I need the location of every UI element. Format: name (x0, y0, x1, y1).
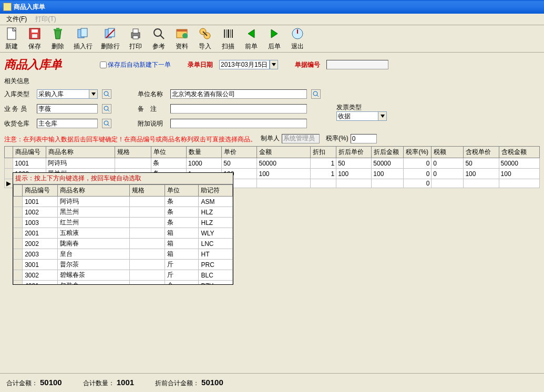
toolbar-deleterow[interactable]: 删除行 (99, 25, 122, 52)
svg-rect-17 (177, 29, 187, 32)
form-title: 商品入库单 (4, 57, 62, 73)
invoice-dropdown-button[interactable] (378, 111, 387, 121)
staff-search-button[interactable] (102, 104, 111, 114)
table-row[interactable]: 1001阿诗玛条 10005050000 15050000 005050000 (5, 158, 540, 169)
svg-point-29 (104, 106, 108, 110)
toolbar-prev[interactable]: 前单 (242, 25, 261, 52)
popup-row[interactable]: 2002陇南春箱LNC (14, 239, 233, 249)
toolbar-import[interactable]: 导入 (196, 25, 214, 52)
popup-header[interactable]: 商品名称 (57, 185, 130, 197)
svg-rect-7 (81, 28, 87, 37)
toolbar-ref[interactable]: 参考 (149, 25, 168, 52)
hint-text: 注意：在列表中输入数据后击回车键确定！在商品编号或商品名称列双击可直接选择商品。 (4, 135, 256, 144)
grid-header[interactable]: 单位 (151, 147, 186, 158)
popup-row[interactable]: 3001普尔茶斤PRC (14, 260, 233, 270)
toolbar-material[interactable]: 资料 (172, 25, 191, 52)
popup-row[interactable]: 1002黑兰州条HLZ (14, 207, 233, 218)
chevron-down-icon (272, 63, 276, 66)
type-dropdown-button[interactable] (89, 89, 98, 99)
invoice-input[interactable] (336, 111, 378, 121)
unit-search-button[interactable] (311, 89, 321, 99)
toolbar-scan[interactable]: 扫描 (219, 25, 238, 52)
total-amount-label: 合计金额： (6, 379, 38, 387)
grid-header[interactable]: 商品编号 (13, 147, 46, 158)
grid-header[interactable]: 折后单价 (336, 147, 372, 158)
toolbar-print[interactable]: 打印 (126, 25, 145, 52)
grid-header[interactable]: 折后金额 (372, 147, 404, 158)
date-dropdown-button[interactable] (270, 60, 278, 69)
pre-amount-label: 折前合计金额： (155, 379, 199, 387)
svg-point-27 (104, 91, 108, 96)
popup-row[interactable]: 1001阿诗玛条ASM (14, 197, 233, 207)
svg-rect-2 (32, 29, 38, 33)
popup-header[interactable]: 单位 (165, 185, 199, 197)
svg-rect-12 (133, 29, 138, 33)
popup-row[interactable]: 2001五粮液箱WLY (14, 228, 233, 239)
grid-header[interactable]: 折扣 (311, 147, 336, 158)
grid-header[interactable]: 商品名称 (46, 147, 115, 158)
popup-row[interactable]: 3002碧螺春茶斤BLC (14, 270, 233, 281)
print-icon (128, 26, 143, 41)
menu-file[interactable]: 文件(F) (2, 14, 31, 25)
docno-input[interactable] (326, 60, 388, 69)
toolbar: 新建 保存 删除 插入行 删除行 打印 参考 资料 导入 扫描 前单 (0, 25, 544, 53)
material-icon (175, 26, 189, 41)
popup-row[interactable]: 2003皇台箱HT (14, 249, 233, 260)
window-title: 商品入库单 (14, 3, 45, 12)
svg-rect-21 (224, 29, 225, 38)
toolbar-exit[interactable]: 退出 (288, 25, 307, 52)
extra-input[interactable] (170, 119, 307, 128)
remark-input[interactable] (170, 104, 307, 114)
date-label: 录单日期 (188, 60, 213, 69)
content-area: 商品入库单 保存后自动新建下一单 录单日期 单据编号 相关信息 入库类型 业 (0, 53, 544, 190)
warehouse-input[interactable] (37, 119, 98, 128)
docno-label: 单据编号 (295, 60, 320, 69)
menubar: 文件(F) 打印(T) (0, 14, 544, 25)
staff-input[interactable] (37, 104, 98, 114)
grid-header[interactable]: 税额 (432, 147, 464, 158)
grid-header[interactable]: 金额 (257, 147, 311, 158)
svg-rect-23 (228, 29, 229, 38)
grid-header[interactable]: 税率(%) (404, 147, 432, 158)
search-icon (104, 120, 110, 127)
toolbar-new[interactable]: 新建 (2, 25, 21, 52)
svg-line-34 (317, 95, 319, 97)
svg-rect-25 (232, 29, 233, 38)
popup-header[interactable]: 商品编号 (23, 185, 58, 197)
remark-label: 备 注 (138, 105, 167, 114)
popup-header[interactable]: 助记符 (199, 185, 233, 197)
grid-header[interactable]: 数量 (187, 147, 222, 158)
svg-line-28 (108, 95, 109, 97)
type-search-button[interactable] (102, 89, 111, 99)
toolbar-next[interactable]: 后单 (265, 25, 284, 52)
date-input[interactable] (219, 60, 270, 69)
popup-row[interactable]: 1003红兰州条HLZ (14, 218, 233, 228)
grid-header[interactable]: 规格 (115, 147, 151, 158)
staff-label: 业 务 员 (4, 105, 34, 114)
toolbar-save[interactable]: 保存 (25, 25, 44, 52)
warehouse-search-button[interactable] (102, 119, 111, 128)
next-icon (267, 26, 282, 41)
unit-label: 单位名称 (138, 90, 167, 99)
section-label: 相关信息 (4, 77, 540, 86)
type-label: 入库类型 (4, 90, 34, 99)
type-input[interactable] (37, 89, 89, 99)
ref-icon (151, 26, 166, 41)
popup-row[interactable]: 4001包装盒个BZH (14, 281, 233, 285)
grid-header[interactable]: 含税金额 (499, 147, 539, 158)
svg-rect-24 (230, 29, 231, 38)
unit-input[interactable] (170, 89, 307, 99)
grid-header[interactable]: 单价 (222, 147, 257, 158)
toolbar-delete[interactable]: 删除 (48, 25, 67, 52)
search-icon (104, 91, 110, 97)
taxrate-input[interactable] (351, 134, 377, 143)
scan-icon (221, 26, 235, 41)
grid-header[interactable]: 含税单价 (464, 147, 499, 158)
statusbar: 合计金额：50100 合计数量：1001 折前合计金额：50100 (0, 373, 544, 392)
toolbar-insertrow[interactable]: 插入行 (71, 25, 95, 52)
popup-header[interactable]: 规格 (130, 185, 165, 197)
menu-print[interactable]: 打印(T) (31, 14, 60, 25)
autonew-checkbox[interactable] (100, 61, 107, 68)
new-icon (4, 26, 19, 41)
autonew-label: 保存后自动新建下一单 (108, 60, 171, 69)
